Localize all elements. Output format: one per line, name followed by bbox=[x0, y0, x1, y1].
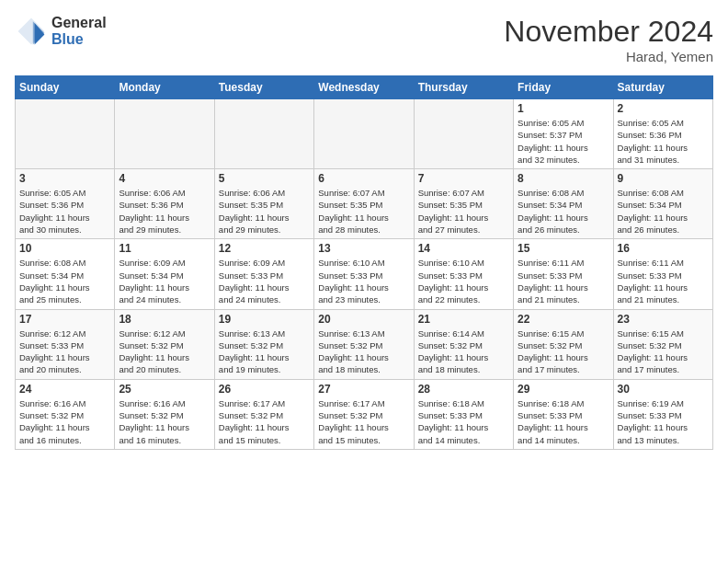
day-number: 30 bbox=[618, 383, 709, 396]
day-number: 13 bbox=[318, 242, 409, 255]
weekday-header-friday: Friday bbox=[514, 76, 613, 99]
day-number: 8 bbox=[518, 172, 609, 185]
day-info: Sunrise: 6:05 AM Sunset: 5:37 PM Dayligh… bbox=[518, 117, 609, 166]
day-cell: 16Sunrise: 6:11 AM Sunset: 5:33 PM Dayli… bbox=[613, 239, 712, 309]
month-title: November 2024 bbox=[504, 15, 713, 49]
day-cell: 20Sunrise: 6:13 AM Sunset: 5:32 PM Dayli… bbox=[314, 309, 414, 379]
day-number: 5 bbox=[219, 172, 310, 185]
day-number: 22 bbox=[518, 313, 609, 326]
day-cell: 21Sunrise: 6:14 AM Sunset: 5:32 PM Dayli… bbox=[414, 309, 513, 379]
day-number: 11 bbox=[119, 242, 210, 255]
day-cell: 11Sunrise: 6:09 AM Sunset: 5:34 PM Dayli… bbox=[115, 239, 214, 309]
day-cell: 26Sunrise: 6:17 AM Sunset: 5:32 PM Dayli… bbox=[214, 379, 313, 449]
day-info: Sunrise: 6:17 AM Sunset: 5:32 PM Dayligh… bbox=[219, 397, 310, 446]
day-info: Sunrise: 6:07 AM Sunset: 5:35 PM Dayligh… bbox=[418, 187, 509, 236]
day-cell: 17Sunrise: 6:12 AM Sunset: 5:33 PM Dayli… bbox=[16, 309, 115, 379]
week-row-3: 10Sunrise: 6:08 AM Sunset: 5:34 PM Dayli… bbox=[16, 239, 713, 309]
day-number: 6 bbox=[318, 172, 409, 185]
day-cell: 15Sunrise: 6:11 AM Sunset: 5:33 PM Dayli… bbox=[514, 239, 613, 309]
day-info: Sunrise: 6:07 AM Sunset: 5:35 PM Dayligh… bbox=[318, 187, 409, 236]
day-info: Sunrise: 6:05 AM Sunset: 5:36 PM Dayligh… bbox=[19, 187, 110, 236]
week-row-1: 1Sunrise: 6:05 AM Sunset: 5:37 PM Daylig… bbox=[16, 99, 713, 169]
day-cell: 24Sunrise: 6:16 AM Sunset: 5:32 PM Dayli… bbox=[16, 379, 115, 449]
title-block: November 2024 Harad, Yemen bbox=[504, 15, 713, 64]
day-cell bbox=[314, 99, 414, 169]
day-number: 29 bbox=[518, 383, 609, 396]
day-cell: 14Sunrise: 6:10 AM Sunset: 5:33 PM Dayli… bbox=[414, 239, 513, 309]
day-info: Sunrise: 6:06 AM Sunset: 5:35 PM Dayligh… bbox=[219, 187, 310, 236]
day-cell: 5Sunrise: 6:06 AM Sunset: 5:35 PM Daylig… bbox=[214, 169, 313, 239]
day-info: Sunrise: 6:19 AM Sunset: 5:33 PM Dayligh… bbox=[618, 397, 709, 446]
weekday-header-sunday: Sunday bbox=[16, 76, 115, 99]
day-number: 24 bbox=[19, 383, 110, 396]
day-info: Sunrise: 6:10 AM Sunset: 5:33 PM Dayligh… bbox=[318, 257, 409, 305]
day-number: 20 bbox=[318, 313, 409, 326]
day-number: 16 bbox=[618, 242, 709, 255]
weekday-header-thursday: Thursday bbox=[414, 76, 513, 99]
day-info: Sunrise: 6:13 AM Sunset: 5:32 PM Dayligh… bbox=[219, 327, 310, 376]
day-info: Sunrise: 6:14 AM Sunset: 5:32 PM Dayligh… bbox=[418, 327, 509, 376]
day-info: Sunrise: 6:11 AM Sunset: 5:33 PM Dayligh… bbox=[618, 257, 709, 305]
day-info: Sunrise: 6:18 AM Sunset: 5:33 PM Dayligh… bbox=[418, 397, 509, 446]
day-cell bbox=[214, 99, 313, 169]
day-info: Sunrise: 6:11 AM Sunset: 5:33 PM Dayligh… bbox=[518, 257, 609, 305]
day-info: Sunrise: 6:08 AM Sunset: 5:34 PM Dayligh… bbox=[618, 187, 709, 236]
day-info: Sunrise: 6:10 AM Sunset: 5:33 PM Dayligh… bbox=[418, 257, 509, 305]
day-cell: 2Sunrise: 6:05 AM Sunset: 5:36 PM Daylig… bbox=[613, 99, 712, 169]
logo: General Blue bbox=[15, 15, 107, 48]
day-info: Sunrise: 6:16 AM Sunset: 5:32 PM Dayligh… bbox=[119, 397, 210, 446]
weekday-header-row: SundayMondayTuesdayWednesdayThursdayFrid… bbox=[16, 76, 713, 99]
logo-icon bbox=[15, 15, 48, 48]
weekday-header-monday: Monday bbox=[115, 76, 214, 99]
page-header: General Blue November 2024 Harad, Yemen bbox=[15, 15, 713, 64]
day-cell: 3Sunrise: 6:05 AM Sunset: 5:36 PM Daylig… bbox=[16, 169, 115, 239]
day-cell: 8Sunrise: 6:08 AM Sunset: 5:34 PM Daylig… bbox=[514, 169, 613, 239]
weekday-header-saturday: Saturday bbox=[613, 76, 712, 99]
day-cell bbox=[414, 99, 513, 169]
day-number: 14 bbox=[418, 242, 509, 255]
day-cell bbox=[115, 99, 214, 169]
day-info: Sunrise: 6:08 AM Sunset: 5:34 PM Dayligh… bbox=[19, 257, 110, 305]
day-number: 18 bbox=[119, 313, 210, 326]
day-number: 19 bbox=[219, 313, 310, 326]
day-number: 21 bbox=[418, 313, 509, 326]
day-number: 10 bbox=[19, 242, 110, 255]
day-cell: 7Sunrise: 6:07 AM Sunset: 5:35 PM Daylig… bbox=[414, 169, 513, 239]
day-cell: 12Sunrise: 6:09 AM Sunset: 5:33 PM Dayli… bbox=[214, 239, 313, 309]
day-number: 4 bbox=[119, 172, 210, 185]
day-number: 2 bbox=[618, 102, 709, 115]
day-cell: 30Sunrise: 6:19 AM Sunset: 5:33 PM Dayli… bbox=[613, 379, 712, 449]
day-cell: 4Sunrise: 6:06 AM Sunset: 5:36 PM Daylig… bbox=[115, 169, 214, 239]
day-number: 17 bbox=[19, 313, 110, 326]
day-number: 12 bbox=[219, 242, 310, 255]
day-cell: 6Sunrise: 6:07 AM Sunset: 5:35 PM Daylig… bbox=[314, 169, 414, 239]
day-cell: 19Sunrise: 6:13 AM Sunset: 5:32 PM Dayli… bbox=[214, 309, 313, 379]
day-number: 25 bbox=[119, 383, 210, 396]
day-info: Sunrise: 6:06 AM Sunset: 5:36 PM Dayligh… bbox=[119, 187, 210, 236]
day-info: Sunrise: 6:05 AM Sunset: 5:36 PM Dayligh… bbox=[618, 117, 709, 166]
day-number: 1 bbox=[518, 102, 609, 115]
day-number: 9 bbox=[618, 172, 709, 185]
day-cell: 10Sunrise: 6:08 AM Sunset: 5:34 PM Dayli… bbox=[16, 239, 115, 309]
day-cell: 9Sunrise: 6:08 AM Sunset: 5:34 PM Daylig… bbox=[613, 169, 712, 239]
day-cell: 29Sunrise: 6:18 AM Sunset: 5:33 PM Dayli… bbox=[514, 379, 613, 449]
day-cell: 1Sunrise: 6:05 AM Sunset: 5:37 PM Daylig… bbox=[514, 99, 613, 169]
day-number: 28 bbox=[418, 383, 509, 396]
day-cell: 25Sunrise: 6:16 AM Sunset: 5:32 PM Dayli… bbox=[115, 379, 214, 449]
day-cell bbox=[16, 99, 115, 169]
day-number: 27 bbox=[318, 383, 409, 396]
day-info: Sunrise: 6:13 AM Sunset: 5:32 PM Dayligh… bbox=[318, 327, 409, 376]
weekday-header-wednesday: Wednesday bbox=[314, 76, 414, 99]
svg-marker-2 bbox=[35, 23, 45, 44]
logo-general-text: General bbox=[51, 15, 107, 31]
day-info: Sunrise: 6:08 AM Sunset: 5:34 PM Dayligh… bbox=[518, 187, 609, 236]
day-cell: 18Sunrise: 6:12 AM Sunset: 5:32 PM Dayli… bbox=[115, 309, 214, 379]
day-info: Sunrise: 6:09 AM Sunset: 5:33 PM Dayligh… bbox=[219, 257, 310, 305]
week-row-2: 3Sunrise: 6:05 AM Sunset: 5:36 PM Daylig… bbox=[16, 169, 713, 239]
day-cell: 22Sunrise: 6:15 AM Sunset: 5:32 PM Dayli… bbox=[514, 309, 613, 379]
day-number: 26 bbox=[219, 383, 310, 396]
location: Harad, Yemen bbox=[504, 49, 713, 64]
day-number: 15 bbox=[518, 242, 609, 255]
day-cell: 13Sunrise: 6:10 AM Sunset: 5:33 PM Dayli… bbox=[314, 239, 414, 309]
logo-text: General Blue bbox=[51, 15, 107, 47]
